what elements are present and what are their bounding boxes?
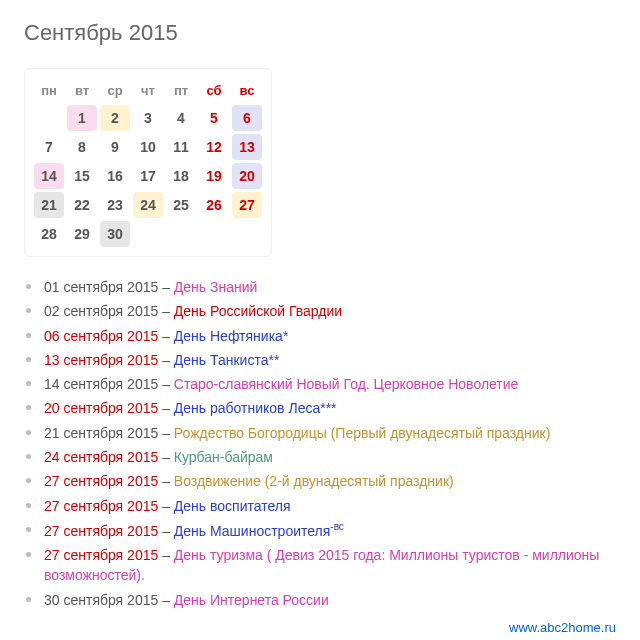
event-date: 21 сентября 2015 [44, 425, 158, 441]
calendar-cell: 28 [34, 221, 64, 247]
event-date: 30 сентября 2015 [44, 592, 158, 608]
calendar-cell: 8 [67, 134, 97, 160]
calendar: пнвтсрчтптсбвс 1234567891011121314151617… [24, 68, 272, 257]
event-name[interactable]: День Машиностроителя-вс [174, 523, 344, 539]
event-name[interactable]: Старо-славянский Новый Год. Церковное Но… [174, 376, 519, 392]
event-name[interactable]: Курбан-байрам [174, 449, 273, 465]
event-name[interactable]: День работников Леса*** [174, 400, 337, 416]
source-link[interactable]: www.abc2home.ru [509, 620, 616, 635]
calendar-cell: 26 [199, 192, 229, 218]
event-item: 02 сентября 2015 – День Российской Гвард… [38, 299, 616, 323]
calendar-header-row: пнвтсрчтптсбвс [34, 78, 262, 102]
calendar-cell: 23 [100, 192, 130, 218]
event-date: 02 сентября 2015 [44, 303, 158, 319]
event-date: 01 сентября 2015 [44, 279, 158, 295]
calendar-cell: 5 [199, 105, 229, 131]
event-item: 27 сентября 2015 – День туризма ( Девиз … [38, 543, 616, 588]
calendar-cell: 4 [166, 105, 196, 131]
calendar-body: 1234567891011121314151617181920212223242… [34, 105, 262, 247]
calendar-cell: 24 [133, 192, 163, 218]
event-item: 14 сентября 2015 – Старо-славянский Новы… [38, 372, 616, 396]
weekday-header: вт [67, 78, 97, 102]
calendar-cell: 6 [232, 105, 262, 131]
calendar-cell: 1 [67, 105, 97, 131]
event-item: 30 сентября 2015 – День Интернета России [38, 588, 616, 612]
calendar-cell: 27 [232, 192, 262, 218]
event-name[interactable]: День Танкиста** [174, 352, 280, 368]
weekday-header: сб [199, 78, 229, 102]
calendar-row: 123456 [34, 105, 262, 131]
event-name[interactable]: День Российской Гвардии [174, 303, 342, 319]
event-name[interactable]: День Интернета России [174, 592, 329, 608]
calendar-cell: 12 [199, 134, 229, 160]
calendar-cell: 11 [166, 134, 196, 160]
event-date: 27 сентября 2015 [44, 523, 158, 539]
event-date: 20 сентября 2015 [44, 400, 158, 416]
event-name[interactable]: День воспитателя [174, 498, 291, 514]
calendar-cell: 15 [67, 163, 97, 189]
calendar-cell: 30 [100, 221, 130, 247]
event-name[interactable]: День Знаний [174, 279, 258, 295]
calendar-row: 78910111213 [34, 134, 262, 160]
calendar-cell: 20 [232, 163, 262, 189]
event-item: 20 сентября 2015 – День работников Леса*… [38, 396, 616, 420]
event-item: 21 сентября 2015 – Рождество Богородицы … [38, 421, 616, 445]
event-item: 24 сентября 2015 – Курбан-байрам [38, 445, 616, 469]
event-item: 01 сентября 2015 – День Знаний [38, 275, 616, 299]
event-name[interactable]: Воздвижение (2-й двунадесятый праздник) [174, 473, 454, 489]
calendar-cell: 7 [34, 134, 64, 160]
weekday-header: чт [133, 78, 163, 102]
calendar-cell: 3 [133, 105, 163, 131]
events-list: 01 сентября 2015 – День Знаний02 сентябр… [24, 275, 616, 612]
calendar-cell: 17 [133, 163, 163, 189]
calendar-cell: 9 [100, 134, 130, 160]
calendar-cell: 2 [100, 105, 130, 131]
calendar-cell [166, 221, 196, 247]
weekday-header: пт [166, 78, 196, 102]
calendar-cell [232, 221, 262, 247]
event-date: 24 сентября 2015 [44, 449, 158, 465]
event-item: 27 сентября 2015 – Воздвижение (2-й двун… [38, 469, 616, 493]
calendar-cell: 19 [199, 163, 229, 189]
calendar-cell [34, 105, 64, 131]
calendar-cell: 25 [166, 192, 196, 218]
event-date: 27 сентября 2015 [44, 547, 158, 563]
footer: www.abc2home.ru [24, 620, 616, 635]
event-date: 14 сентября 2015 [44, 376, 158, 392]
page-title: Сентябрь 2015 [24, 20, 616, 46]
weekday-header: пн [34, 78, 64, 102]
calendar-cell: 13 [232, 134, 262, 160]
calendar-row: 14151617181920 [34, 163, 262, 189]
calendar-cell: 29 [67, 221, 97, 247]
weekday-header: вс [232, 78, 262, 102]
event-name[interactable]: День Нефтяника* [174, 328, 289, 344]
event-date: 13 сентября 2015 [44, 352, 158, 368]
calendar-cell: 21 [34, 192, 64, 218]
weekday-header: ср [100, 78, 130, 102]
calendar-cell: 18 [166, 163, 196, 189]
event-item: 27 сентября 2015 – День Машиностроителя-… [38, 518, 616, 543]
event-date: 27 сентября 2015 [44, 498, 158, 514]
event-date: 27 сентября 2015 [44, 473, 158, 489]
event-name[interactable]: Рождество Богородицы (Первый двунадесяты… [174, 425, 550, 441]
calendar-cell: 22 [67, 192, 97, 218]
calendar-cell: 14 [34, 163, 64, 189]
calendar-row: 21222324252627 [34, 192, 262, 218]
event-item: 06 сентября 2015 – День Нефтяника* [38, 324, 616, 348]
calendar-row: 282930 [34, 221, 262, 247]
calendar-cell: 10 [133, 134, 163, 160]
calendar-cell [199, 221, 229, 247]
event-date: 06 сентября 2015 [44, 328, 158, 344]
event-item: 27 сентября 2015 – День воспитателя [38, 494, 616, 518]
event-item: 13 сентября 2015 – День Танкиста** [38, 348, 616, 372]
calendar-cell: 16 [100, 163, 130, 189]
calendar-cell [133, 221, 163, 247]
event-sup: -вс [330, 521, 344, 532]
